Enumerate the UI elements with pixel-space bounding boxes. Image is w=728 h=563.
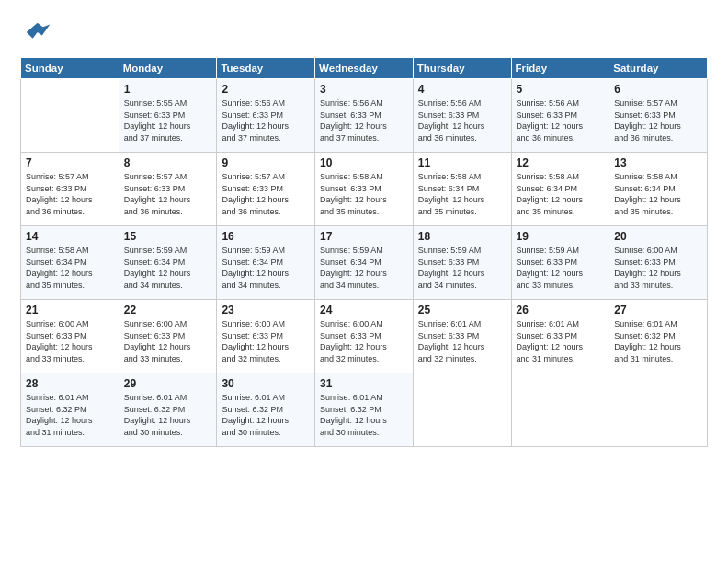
day-info: Sunrise: 5:59 AM Sunset: 6:33 PM Dayligh… bbox=[517, 245, 606, 291]
week-row-2: 7Sunrise: 5:57 AM Sunset: 6:33 PM Daylig… bbox=[21, 153, 708, 226]
day-cell: 10Sunrise: 5:58 AM Sunset: 6:33 PM Dayli… bbox=[315, 153, 414, 226]
header-cell-saturday: Saturday bbox=[609, 58, 708, 79]
day-number: 6 bbox=[614, 83, 703, 96]
day-cell: 31Sunrise: 6:01 AM Sunset: 6:32 PM Dayli… bbox=[315, 373, 414, 447]
day-number: 24 bbox=[320, 304, 409, 316]
day-number: 30 bbox=[222, 377, 311, 390]
day-cell: 12Sunrise: 5:58 AM Sunset: 6:34 PM Dayli… bbox=[511, 153, 609, 226]
day-cell: 30Sunrise: 6:01 AM Sunset: 6:32 PM Dayli… bbox=[217, 373, 315, 447]
day-number: 12 bbox=[517, 156, 606, 169]
day-cell: 16Sunrise: 5:59 AM Sunset: 6:34 PM Dayli… bbox=[217, 226, 315, 300]
day-number: 26 bbox=[517, 304, 606, 316]
header-row: SundayMondayTuesdayWednesdayThursdayFrid… bbox=[21, 58, 708, 79]
day-info: Sunrise: 6:00 AM Sunset: 6:33 PM Dayligh… bbox=[26, 318, 115, 364]
day-number: 7 bbox=[26, 156, 115, 169]
day-number: 14 bbox=[26, 230, 115, 243]
logo-icon bbox=[20, 17, 51, 48]
day-cell: 3Sunrise: 5:56 AM Sunset: 6:33 PM Daylig… bbox=[315, 79, 414, 153]
day-cell bbox=[413, 373, 511, 447]
day-number: 2 bbox=[222, 83, 311, 96]
day-cell: 26Sunrise: 6:01 AM Sunset: 6:33 PM Dayli… bbox=[511, 300, 609, 373]
day-info: Sunrise: 6:01 AM Sunset: 6:33 PM Dayligh… bbox=[418, 318, 507, 364]
day-number: 16 bbox=[222, 230, 311, 243]
header-cell-sunday: Sunday bbox=[21, 58, 119, 79]
calendar-table: SundayMondayTuesdayWednesdayThursdayFrid… bbox=[20, 57, 708, 447]
header-cell-tuesday: Tuesday bbox=[217, 58, 315, 79]
day-number: 19 bbox=[517, 230, 606, 243]
day-info: Sunrise: 6:01 AM Sunset: 6:32 PM Dayligh… bbox=[614, 318, 703, 364]
day-cell: 27Sunrise: 6:01 AM Sunset: 6:32 PM Dayli… bbox=[609, 300, 708, 373]
day-number: 10 bbox=[320, 156, 409, 169]
day-number: 27 bbox=[614, 304, 703, 316]
day-info: Sunrise: 6:01 AM Sunset: 6:32 PM Dayligh… bbox=[222, 392, 311, 438]
header-cell-thursday: Thursday bbox=[413, 58, 511, 79]
day-info: Sunrise: 5:59 AM Sunset: 6:33 PM Dayligh… bbox=[418, 245, 507, 291]
day-cell: 25Sunrise: 6:01 AM Sunset: 6:33 PM Dayli… bbox=[413, 300, 511, 373]
day-number: 8 bbox=[124, 156, 213, 169]
day-info: Sunrise: 6:00 AM Sunset: 6:33 PM Dayligh… bbox=[124, 318, 213, 364]
week-row-4: 21Sunrise: 6:00 AM Sunset: 6:33 PM Dayli… bbox=[21, 300, 708, 373]
day-info: Sunrise: 6:00 AM Sunset: 6:33 PM Dayligh… bbox=[222, 318, 311, 364]
day-info: Sunrise: 5:57 AM Sunset: 6:33 PM Dayligh… bbox=[614, 98, 703, 144]
day-info: Sunrise: 6:00 AM Sunset: 6:33 PM Dayligh… bbox=[320, 318, 409, 364]
svg-marker-0 bbox=[27, 23, 51, 39]
day-cell: 13Sunrise: 5:58 AM Sunset: 6:34 PM Dayli… bbox=[609, 153, 708, 226]
day-info: Sunrise: 5:59 AM Sunset: 6:34 PM Dayligh… bbox=[124, 245, 213, 291]
day-cell: 20Sunrise: 6:00 AM Sunset: 6:33 PM Dayli… bbox=[609, 226, 708, 300]
day-cell: 23Sunrise: 6:00 AM Sunset: 6:33 PM Dayli… bbox=[217, 300, 315, 373]
day-cell: 11Sunrise: 5:58 AM Sunset: 6:34 PM Dayli… bbox=[413, 153, 511, 226]
page: SundayMondayTuesdayWednesdayThursdayFrid… bbox=[0, 0, 728, 563]
day-info: Sunrise: 5:55 AM Sunset: 6:33 PM Dayligh… bbox=[124, 98, 213, 144]
day-info: Sunrise: 5:57 AM Sunset: 6:33 PM Dayligh… bbox=[26, 171, 115, 217]
day-cell: 9Sunrise: 5:57 AM Sunset: 6:33 PM Daylig… bbox=[217, 153, 315, 226]
day-info: Sunrise: 6:01 AM Sunset: 6:32 PM Dayligh… bbox=[124, 392, 213, 438]
day-cell: 7Sunrise: 5:57 AM Sunset: 6:33 PM Daylig… bbox=[21, 153, 119, 226]
day-info: Sunrise: 5:57 AM Sunset: 6:33 PM Dayligh… bbox=[222, 171, 311, 217]
header-cell-friday: Friday bbox=[511, 58, 609, 79]
day-info: Sunrise: 6:00 AM Sunset: 6:33 PM Dayligh… bbox=[614, 245, 703, 291]
day-info: Sunrise: 5:59 AM Sunset: 6:34 PM Dayligh… bbox=[320, 245, 409, 291]
day-cell: 22Sunrise: 6:00 AM Sunset: 6:33 PM Dayli… bbox=[119, 300, 217, 373]
day-number: 18 bbox=[418, 230, 507, 243]
day-number: 9 bbox=[222, 156, 311, 169]
day-cell: 19Sunrise: 5:59 AM Sunset: 6:33 PM Dayli… bbox=[511, 226, 609, 300]
day-cell: 24Sunrise: 6:00 AM Sunset: 6:33 PM Dayli… bbox=[315, 300, 414, 373]
day-info: Sunrise: 5:58 AM Sunset: 6:34 PM Dayligh… bbox=[614, 171, 703, 217]
day-number: 5 bbox=[517, 83, 606, 96]
week-row-3: 14Sunrise: 5:58 AM Sunset: 6:34 PM Dayli… bbox=[21, 226, 708, 300]
week-row-5: 28Sunrise: 6:01 AM Sunset: 6:32 PM Dayli… bbox=[21, 373, 708, 447]
day-info: Sunrise: 5:59 AM Sunset: 6:34 PM Dayligh… bbox=[222, 245, 311, 291]
day-info: Sunrise: 5:58 AM Sunset: 6:33 PM Dayligh… bbox=[320, 171, 409, 217]
day-info: Sunrise: 5:58 AM Sunset: 6:34 PM Dayligh… bbox=[26, 245, 115, 291]
logo bbox=[20, 17, 57, 48]
day-cell: 21Sunrise: 6:00 AM Sunset: 6:33 PM Dayli… bbox=[21, 300, 119, 373]
day-number: 4 bbox=[418, 83, 507, 96]
day-cell: 8Sunrise: 5:57 AM Sunset: 6:33 PM Daylig… bbox=[119, 153, 217, 226]
day-cell: 2Sunrise: 5:56 AM Sunset: 6:33 PM Daylig… bbox=[217, 79, 315, 153]
header bbox=[20, 17, 708, 48]
day-cell: 28Sunrise: 6:01 AM Sunset: 6:32 PM Dayli… bbox=[21, 373, 119, 447]
day-info: Sunrise: 5:58 AM Sunset: 6:34 PM Dayligh… bbox=[517, 171, 606, 217]
day-number: 15 bbox=[124, 230, 213, 243]
day-number: 31 bbox=[320, 377, 409, 390]
day-info: Sunrise: 6:01 AM Sunset: 6:32 PM Dayligh… bbox=[26, 392, 115, 438]
day-number: 21 bbox=[26, 304, 115, 316]
day-cell: 18Sunrise: 5:59 AM Sunset: 6:33 PM Dayli… bbox=[413, 226, 511, 300]
day-number: 17 bbox=[320, 230, 409, 243]
day-number: 25 bbox=[418, 304, 507, 316]
header-cell-monday: Monday bbox=[119, 58, 217, 79]
header-cell-wednesday: Wednesday bbox=[315, 58, 414, 79]
day-info: Sunrise: 5:57 AM Sunset: 6:33 PM Dayligh… bbox=[124, 171, 213, 217]
day-number: 1 bbox=[124, 83, 213, 96]
day-number: 28 bbox=[26, 377, 115, 390]
day-number: 22 bbox=[124, 304, 213, 316]
day-cell: 4Sunrise: 5:56 AM Sunset: 6:33 PM Daylig… bbox=[413, 79, 511, 153]
day-info: Sunrise: 6:01 AM Sunset: 6:32 PM Dayligh… bbox=[320, 392, 409, 438]
day-cell: 14Sunrise: 5:58 AM Sunset: 6:34 PM Dayli… bbox=[21, 226, 119, 300]
day-cell: 17Sunrise: 5:59 AM Sunset: 6:34 PM Dayli… bbox=[315, 226, 414, 300]
day-number: 11 bbox=[418, 156, 507, 169]
week-row-1: 1Sunrise: 5:55 AM Sunset: 6:33 PM Daylig… bbox=[21, 79, 708, 153]
day-number: 3 bbox=[320, 83, 409, 96]
day-cell bbox=[21, 79, 119, 153]
day-info: Sunrise: 5:58 AM Sunset: 6:34 PM Dayligh… bbox=[418, 171, 507, 217]
